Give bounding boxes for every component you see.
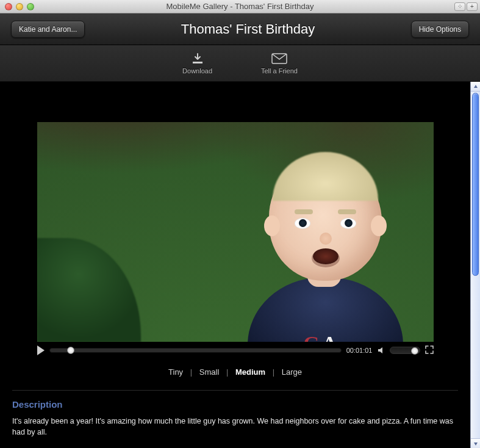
scroll-up-arrow[interactable] [471,82,480,92]
seek-track[interactable] [49,348,342,353]
back-button-label: Katie and Aaron... [19,25,77,34]
tell-a-friend-label: Tell a Friend [261,67,298,74]
fullscreen-button[interactable] [425,345,434,355]
description-body: It's already been a year! It's amazing h… [12,416,458,438]
video-still-child: GA [235,159,412,342]
traffic-lights [0,3,34,10]
window-title: MobileMe Gallery - Thomas' First Birthda… [0,2,480,11]
download-icon [190,52,206,65]
tell-a-friend-button[interactable]: Tell a Friend [261,52,298,74]
description-heading: Description [12,399,458,410]
minimize-window-button[interactable] [16,3,23,10]
volume-knob[interactable] [411,347,418,355]
video-area: GA [12,122,458,377]
video-controls: 00:01:01 [37,345,434,355]
size-medium[interactable]: Medium [231,367,270,377]
size-separator: | [226,367,228,377]
speaker-icon [378,347,385,354]
window-titlebar: MobileMe Gallery - Thomas' First Birthda… [0,0,480,13]
size-separator: | [190,367,192,377]
size-large[interactable]: Large [277,367,307,377]
play-button[interactable] [37,345,45,355]
shirt-logo: GA [304,332,340,342]
gallery-header: Katie and Aaron... Thomas' First Birthda… [0,13,480,45]
envelope-icon [271,52,287,65]
content-scroll: GA [0,82,470,448]
content-area: GA [0,82,480,448]
scroll-thumb[interactable] [472,93,479,276]
hide-options-button[interactable]: Hide Options [411,21,469,38]
zoom-window-button[interactable] [27,3,34,10]
volume-slider[interactable] [390,347,420,354]
size-selector: Tiny | Small | Medium | Large [12,367,458,377]
window-toolbar-button[interactable]: ⁘ [454,2,465,11]
seek-knob[interactable] [67,347,74,354]
page-title: Thomas' First Birthday [181,21,315,37]
vertical-scrollbar[interactable] [470,82,480,448]
size-tiny[interactable]: Tiny [163,367,188,377]
window-add-tab-button[interactable]: + [467,2,478,11]
back-to-gallery-button[interactable]: Katie and Aaron... [11,21,85,38]
time-display: 00:01:01 [346,347,373,354]
section-divider [12,390,458,391]
video-frame[interactable]: GA [37,122,434,342]
svg-rect-0 [193,62,202,63]
size-separator: | [273,367,274,377]
options-toolbar: Download Tell a Friend [0,45,480,82]
scroll-down-arrow[interactable] [471,438,480,448]
size-small[interactable]: Small [195,367,224,377]
download-label: Download [182,67,212,74]
hide-options-label: Hide Options [419,25,461,34]
download-button[interactable]: Download [182,52,212,74]
close-window-button[interactable] [5,3,12,10]
